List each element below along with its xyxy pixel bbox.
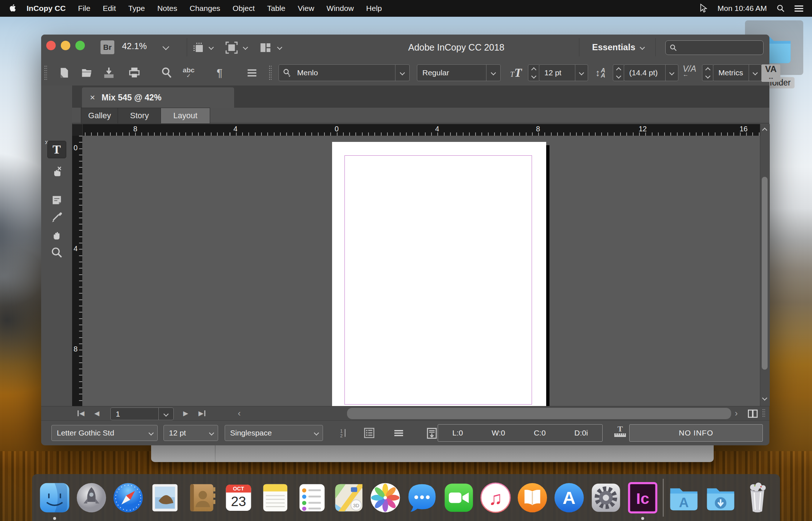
vertical-scroll-thumb[interactable]: [762, 177, 768, 370]
type-tool[interactable]: T: [47, 141, 66, 158]
notification-center-icon[interactable]: [795, 4, 803, 13]
ruler-corner[interactable]: [72, 124, 83, 136]
position-tool[interactable]: [48, 163, 66, 179]
page-number-field[interactable]: 1: [110, 407, 174, 420]
zoom-window-button[interactable]: [75, 41, 85, 50]
text-depth-ruler-icon[interactable]: T: [613, 425, 627, 441]
dock-photos[interactable]: [368, 481, 402, 514]
status-spacing-field[interactable]: Singlespace: [225, 425, 323, 441]
menu-object[interactable]: Object: [233, 4, 255, 13]
apple-menu-icon[interactable]: [9, 4, 17, 13]
previous-page-button[interactable]: ◀: [94, 408, 99, 419]
dock-messages[interactable]: [405, 481, 439, 514]
show-hidden-characters-icon[interactable]: ¶: [213, 66, 226, 80]
tab-story[interactable]: Story: [118, 108, 161, 124]
spellcheck-icon[interactable]: abc ✓: [182, 66, 196, 80]
menu-edit[interactable]: Edit: [103, 4, 116, 13]
menu-changes[interactable]: Changes: [190, 4, 220, 13]
font-family-dropdown[interactable]: [395, 65, 409, 81]
close-window-button[interactable]: [46, 41, 56, 50]
status-menu-icon[interactable]: [391, 426, 407, 440]
menu-help[interactable]: Help: [366, 4, 382, 13]
first-page-button[interactable]: ◀: [78, 408, 84, 419]
dock-applications-folder[interactable]: A: [667, 481, 701, 514]
zoom-level-chevron-icon[interactable]: [162, 43, 169, 50]
document-tab[interactable]: × Mix 545 @ 42%: [82, 87, 234, 108]
font-size-field[interactable]: 12 pt: [539, 64, 588, 81]
window-resize-grip[interactable]: [762, 409, 765, 418]
background-window-bottom[interactable]: [151, 445, 714, 462]
dock-system-preferences[interactable]: [589, 481, 623, 514]
document-layout-chevron-icon[interactable]: [277, 45, 282, 50]
view-options-icon[interactable]: [192, 41, 205, 54]
menu-window[interactable]: Window: [327, 4, 354, 13]
new-document-icon[interactable]: [57, 66, 71, 80]
stepper-up-icon[interactable]: [531, 67, 536, 72]
dock-facetime[interactable]: [442, 481, 476, 514]
font-size-dropdown[interactable]: [575, 65, 588, 81]
menu-table[interactable]: Table: [267, 4, 285, 13]
open-document-icon[interactable]: [80, 66, 94, 80]
toolbar-grip[interactable]: [44, 65, 47, 80]
menu-notes[interactable]: Notes: [157, 4, 177, 13]
font-style-field[interactable]: Regular: [417, 64, 501, 81]
dock-ibooks[interactable]: [516, 481, 549, 514]
workspace-switcher[interactable]: Essentials: [592, 35, 644, 60]
toolbar-grip[interactable]: [269, 65, 272, 80]
dock-maps[interactable]: 3D: [332, 481, 366, 514]
column-view-icon[interactable]: [361, 426, 378, 440]
dock-itunes[interactable]: ♫: [479, 481, 512, 514]
kerning-field[interactable]: Metrics: [713, 64, 762, 81]
dock-incopy[interactable]: Ic: [626, 481, 659, 514]
search-field[interactable]: [665, 40, 764, 55]
horizontal-ruler[interactable]: 8 4 0 4 8 12 16: [72, 124, 760, 136]
dock-reminders[interactable]: [295, 481, 329, 514]
screen-mode-icon[interactable]: [225, 41, 238, 54]
kerning-dropdown[interactable]: [749, 65, 761, 81]
next-page-button[interactable]: ▶: [183, 408, 188, 419]
status-size-field[interactable]: 12 pt: [163, 425, 218, 441]
zoom-level-value[interactable]: 42.1%: [122, 41, 147, 51]
menu-type[interactable]: Type: [128, 4, 145, 13]
note-tool[interactable]: [48, 192, 66, 208]
menu-clock[interactable]: Mon 10:46 AM: [718, 4, 767, 13]
zoom-tool[interactable]: [48, 244, 66, 261]
scroll-down-icon[interactable]: [762, 395, 767, 401]
view-options-chevron-icon[interactable]: [209, 45, 214, 50]
hand-tool[interactable]: [48, 227, 66, 244]
horizontal-scroll-thumb[interactable]: [347, 408, 731, 419]
vertical-scrollbar[interactable]: [760, 124, 770, 406]
dock-calendar[interactable]: OCT 23: [222, 481, 255, 514]
last-page-button[interactable]: ▶: [198, 408, 205, 419]
dock-finder[interactable]: [38, 481, 71, 514]
font-family-field[interactable]: Menlo: [279, 64, 410, 81]
document-page[interactable]: [332, 142, 546, 406]
dock-notes[interactable]: [259, 481, 292, 514]
menu-view[interactable]: View: [298, 4, 314, 13]
vertical-ruler[interactable]: 0 4 8: [72, 136, 82, 406]
dock-safari[interactable]: [111, 481, 145, 514]
spotlight-search-icon[interactable]: [776, 4, 785, 13]
leading-dropdown[interactable]: [665, 65, 678, 81]
print-icon[interactable]: [127, 66, 141, 80]
spread-view-icon[interactable]: [747, 408, 759, 419]
line-numbers-icon[interactable]: 12: [336, 426, 352, 440]
window-titlebar[interactable]: Br 42.1% Adobe InCopy CC 2018: [41, 35, 769, 60]
stepper-down-icon[interactable]: [531, 73, 536, 78]
minimize-window-button[interactable]: [61, 41, 70, 50]
dock-trash[interactable]: [741, 481, 774, 514]
eyedropper-tool[interactable]: [48, 209, 66, 226]
tab-galley[interactable]: Galley: [81, 108, 118, 124]
leading-stepper[interactable]: [613, 64, 624, 81]
page-depth-icon[interactable]: [424, 426, 439, 441]
font-size-stepper[interactable]: [528, 64, 540, 81]
save-document-icon[interactable]: [102, 66, 116, 80]
menu-file[interactable]: File: [78, 4, 90, 13]
layout-canvas[interactable]: [82, 136, 760, 406]
dock-launchpad[interactable]: [75, 481, 108, 514]
dock-app-store[interactable]: A: [552, 481, 586, 514]
scroll-up-icon[interactable]: [762, 128, 767, 133]
tab-layout[interactable]: Layout: [161, 108, 210, 124]
bridge-button[interactable]: Br: [100, 40, 114, 54]
font-style-dropdown[interactable]: [486, 65, 500, 81]
